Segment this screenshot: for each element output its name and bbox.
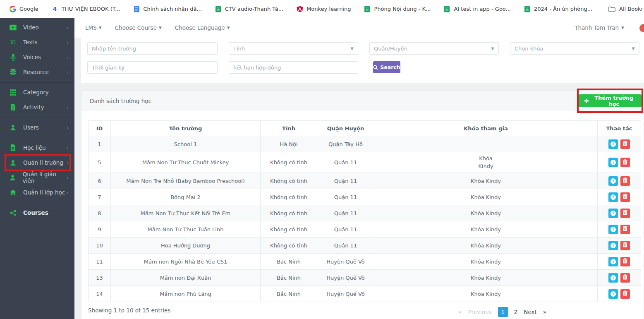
info-icon: i [610, 275, 616, 281]
cell-course: Khóa Kindy [374, 270, 598, 286]
sidebar-item-voices[interactable]: Voices› [0, 50, 74, 65]
cell-district: Quận 11 [317, 221, 374, 237]
bookmark-item-2[interactable]: Chính sách nhân dâ... [133, 5, 202, 12]
delete-button[interactable] [620, 209, 630, 218]
sidebar-item-quan-li-lop-hoc[interactable]: Quản lí lớp học› [0, 185, 74, 200]
info-icon: i [610, 291, 616, 297]
table-row: 1School 1Hà NộiQuận Tây Hồi [89, 136, 641, 152]
sidebar-item-quan-li-giao-vien[interactable]: Quản lí giáo viên› [0, 170, 74, 185]
table-row: 8Mầm Non Tư Thục Kết Nối Trẻ EmKhông có … [89, 205, 641, 221]
sidebar-item-label: Texts [23, 39, 37, 46]
table-row: 10Hoa Hướng DươngKhông có tỉnhQuận 11Khó… [89, 237, 641, 254]
chevron-down-icon: ▼ [227, 26, 230, 30]
info-button[interactable]: i [608, 225, 618, 234]
contract-expiry-input[interactable] [229, 61, 358, 74]
all-bookmarks-label: All Bookr [619, 6, 643, 12]
search-button[interactable]: Search [373, 61, 400, 73]
table-row: 9Mầm Non Tư Thục Tuấn LinhKhông có tỉnhQ… [89, 221, 641, 237]
all-bookmarks[interactable]: All Bookr [602, 5, 644, 14]
nav-menu-choose-course[interactable]: Choose Course▼ [115, 24, 162, 31]
page-1[interactable]: 1 [498, 307, 508, 317]
delete-button[interactable] [620, 273, 630, 283]
chevron-down-icon: ▼ [632, 46, 635, 51]
last-page[interactable]: » [543, 309, 546, 315]
first-page: « [458, 309, 462, 315]
trash-icon [623, 159, 627, 166]
microphone-icon [9, 54, 17, 61]
sidebar-item-texts[interactable]: T!Texts› [0, 35, 74, 50]
document-icon [9, 104, 17, 110]
nav-menu-choose-language[interactable]: Choose Language▼ [175, 24, 230, 31]
sheets-icon [443, 5, 450, 12]
sidebar-item-video[interactable]: Video› [0, 20, 74, 35]
sidebar-item-users[interactable]: Users› [0, 120, 74, 135]
course-select[interactable]: Chọn khóa ▼ [510, 42, 639, 55]
info-button[interactable]: i [608, 192, 618, 202]
info-button[interactable]: i [608, 257, 618, 266]
chevron-right-icon: › [67, 145, 69, 151]
info-button[interactable]: i [608, 273, 618, 283]
cell-name: Mầm Non Tư Thục Tuấn Linh [111, 221, 261, 237]
cell-province: Không có tỉnh [261, 237, 317, 254]
bookmark-item-0[interactable]: Google [9, 5, 38, 12]
info-button[interactable]: i [608, 176, 618, 186]
bookmark-item-3[interactable]: CTV audio-Thanh Tà... [215, 5, 283, 12]
delete-button[interactable] [620, 225, 630, 234]
user-icon [9, 175, 17, 181]
table-row: 7Bông Mai 2Không có tỉnhQuận 11Khóa Kind… [89, 189, 641, 205]
delete-button[interactable] [620, 289, 630, 299]
delete-button[interactable] [620, 192, 630, 202]
trash-icon [623, 141, 627, 147]
sign-time-input[interactable] [87, 61, 218, 74]
province-select[interactable]: Tỉnh ▼ [229, 42, 358, 55]
info-button[interactable]: i [608, 241, 618, 250]
cell-province: Không có tỉnh [261, 189, 317, 205]
search-button-label: Search [380, 64, 400, 70]
bookmark-item-1[interactable]: 4THƯ VIỆN EBOOK (T... [51, 5, 120, 12]
cell-course: Khóa Kindy [374, 205, 598, 221]
district-select[interactable]: Quận/Huyện ▼ [369, 42, 499, 55]
showing-entries: Showing 1 to 10 of 15 entries [88, 307, 170, 314]
bookmark-item-6[interactable]: AI test in app - Goo... [443, 5, 511, 12]
user-menu[interactable]: Thanh Tam Tran ▼ [575, 24, 624, 31]
pagination: «Previous12Next» [458, 307, 546, 317]
sidebar-item-resource[interactable]: Resource› [0, 65, 74, 79]
delete-button[interactable] [620, 158, 630, 167]
delete-button[interactable] [620, 241, 630, 250]
page-2[interactable]: 2 [514, 309, 518, 315]
content: Tỉnh ▼ Quận/Huyện ▼ Chọn khóa ▼ [74, 38, 644, 319]
add-school-button-label: Thêm trường học [592, 95, 636, 107]
bookmark-item-7[interactable]: 2024 - Ăn ún phòng... [524, 5, 592, 12]
nav-menu-lms[interactable]: LMS▼ [85, 24, 102, 31]
sheets-icon [524, 5, 531, 12]
cell-name: Mầm non Đại Xuân [111, 270, 261, 286]
delete-button[interactable] [620, 257, 630, 266]
delete-button[interactable] [620, 176, 630, 186]
cell-province: Không có tỉnh [261, 205, 317, 221]
info-button[interactable]: i [608, 289, 618, 299]
bookmark-item-4[interactable]: Monkey learning [296, 5, 351, 12]
sidebar-item-quan-li-truong[interactable]: Quản lí trường› [0, 155, 74, 170]
sidebar-item-activity[interactable]: Activity› [0, 100, 74, 115]
table-row: 6Mầm Non Tre Nhỏ (Baby Bamboo Preschool)… [89, 173, 641, 189]
cell-actions: i [598, 152, 641, 173]
navbar: LMS▼Choose Course▼Choose Language▼ Thanh… [74, 18, 644, 38]
info-button[interactable]: i [608, 139, 618, 149]
school-name-input[interactable] [87, 42, 218, 55]
delete-button[interactable] [620, 139, 630, 149]
avatar [639, 24, 644, 32]
cell-actions: i [598, 237, 641, 254]
info-button[interactable]: i [608, 209, 618, 218]
chevron-down-icon: ▼ [99, 26, 102, 30]
info-button[interactable]: i [608, 158, 618, 167]
user-icon [9, 160, 17, 166]
sidebar-group-0: Video›T!Texts›Voices›Resource› [0, 18, 74, 82]
add-school-button[interactable]: ✚ Thêm trường học [579, 94, 642, 107]
sidebar-item-hoc-lieu[interactable]: Học liệu› [0, 140, 74, 155]
chevron-right-icon: › [67, 125, 69, 131]
next-page[interactable]: Next [524, 309, 536, 315]
sidebar-item-courses[interactable]: Courses [0, 205, 74, 220]
sidebar-item-category[interactable]: Category [0, 85, 74, 100]
bookmark-item-5[interactable]: Phòng Nội dung - K... [364, 5, 431, 12]
cell-name: Mầm non Ngôi Nhà Bé Yêu CS1 [111, 254, 261, 270]
